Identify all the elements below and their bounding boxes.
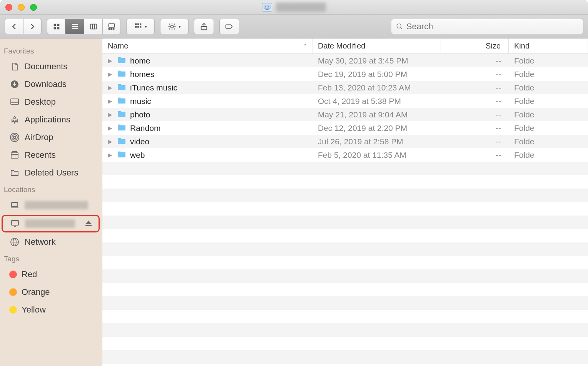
sidebar-item-recents[interactable]: Recents: [0, 146, 102, 164]
disclosure-triangle-icon[interactable]: ▶: [108, 152, 113, 159]
table-row[interactable]: ▶RandomDec 12, 2019 at 2:20 PM--Folde: [102, 121, 588, 135]
folder-icon: [117, 96, 126, 106]
search-field[interactable]: [391, 19, 583, 34]
table-row: [102, 256, 588, 269]
column-header-size[interactable]: Size: [441, 38, 509, 53]
search-input[interactable]: [406, 22, 578, 32]
table-row: [102, 296, 588, 310]
sidebar-item-documents[interactable]: Documents: [0, 58, 102, 75]
back-button[interactable]: [5, 19, 23, 34]
svg-rect-21: [140, 23, 142, 25]
file-size: --: [441, 108, 509, 121]
file-kind: Folde: [509, 54, 588, 67]
sidebar-item-location-2[interactable]: [2, 215, 100, 232]
file-date: Feb 5, 2020 at 11:35 AM: [312, 148, 441, 162]
folder-icon: [117, 56, 126, 65]
tag-button[interactable]: [219, 19, 239, 34]
gallery-view-button[interactable]: [102, 19, 121, 34]
disclosure-triangle-icon[interactable]: ▶: [108, 57, 113, 64]
sidebar-item-downloads[interactable]: Downloads: [0, 75, 102, 93]
share-button[interactable]: [194, 19, 214, 34]
group-by-button[interactable]: ▾: [126, 19, 155, 34]
sidebar-item-airdrop[interactable]: AirDrop: [0, 129, 102, 146]
svg-rect-4: [266, 9, 269, 10]
svg-rect-36: [12, 202, 18, 207]
sidebar-tag-yellow[interactable]: Yellow: [0, 301, 102, 319]
file-kind: Folde: [509, 108, 588, 121]
sidebar-item-location-1[interactable]: [0, 196, 102, 214]
sidebar-header-locations: Locations: [0, 182, 102, 196]
disclosure-triangle-icon[interactable]: ▶: [108, 125, 113, 132]
sidebar-item-label-blurred: [25, 201, 88, 209]
sidebar-item-label: Deleted Users: [25, 168, 78, 178]
column-header-kind[interactable]: Kind: [509, 38, 588, 53]
finder-window: ▾ ▾ Favorites Documents Downloads: [0, 0, 588, 366]
eject-icon[interactable]: [83, 219, 94, 229]
view-mode-buttons: [47, 19, 121, 34]
window-controls: [0, 4, 37, 11]
file-list: Name ⌃ Date Modified Size Kind ▶homeMay …: [102, 38, 588, 366]
disclosure-triangle-icon[interactable]: ▶: [108, 84, 113, 91]
sidebar-item-label: Recents: [25, 150, 56, 160]
table-row: [102, 283, 588, 296]
table-row[interactable]: ▶photoMay 21, 2019 at 9:04 AM--Folde: [102, 108, 588, 121]
file-name: Random: [130, 124, 160, 133]
table-row[interactable]: ▶homesDec 19, 2019 at 5:00 PM--Folde: [102, 67, 588, 81]
sidebar-tag-red[interactable]: Red: [0, 266, 102, 283]
file-kind: Folde: [509, 148, 588, 162]
desktop-icon: [9, 97, 20, 107]
file-date: Feb 13, 2020 at 10:23 AM: [312, 81, 441, 94]
table-row[interactable]: ▶musicOct 4, 2019 at 5:38 PM--Folde: [102, 94, 588, 108]
svg-rect-24: [140, 26, 142, 28]
list-view-button[interactable]: [65, 19, 84, 34]
folder-icon: [117, 150, 126, 160]
folder-icon: [9, 168, 20, 178]
file-kind: Folde: [509, 81, 588, 94]
table-row[interactable]: ▶videoJul 26, 2019 at 2:58 PM--Folde: [102, 135, 588, 148]
disclosure-triangle-icon[interactable]: ▶: [108, 71, 113, 78]
titlebar: [0, 0, 588, 15]
close-window-button[interactable]: [5, 4, 12, 11]
disclosure-triangle-icon[interactable]: ▶: [108, 138, 113, 145]
sidebar-tag-orange[interactable]: Orange: [0, 283, 102, 301]
svg-point-33: [12, 135, 17, 140]
svg-point-2: [267, 6, 267, 7]
column-header-label: Name: [108, 42, 128, 50]
sidebar-item-network[interactable]: Network: [0, 233, 102, 251]
action-menu-button[interactable]: ▾: [160, 19, 189, 34]
laptop-icon: [9, 200, 20, 210]
search-icon: [396, 23, 403, 30]
toolbar: ▾ ▾: [0, 15, 588, 38]
chevron-down-icon: ▾: [179, 24, 181, 29]
file-name: music: [130, 97, 151, 106]
sidebar-item-desktop[interactable]: Desktop: [0, 93, 102, 111]
sidebar: Favorites Documents Downloads Desktop Ap…: [0, 38, 102, 366]
table-row: [102, 350, 588, 364]
table-row[interactable]: ▶homeMay 30, 2019 at 3:45 PM--Folde: [102, 54, 588, 67]
file-rows: ▶homeMay 30, 2019 at 3:45 PM--Folde▶home…: [102, 54, 588, 366]
icon-view-button[interactable]: [47, 19, 65, 34]
disclosure-triangle-icon[interactable]: ▶: [108, 111, 113, 118]
disclosure-triangle-icon[interactable]: ▶: [108, 98, 113, 105]
svg-rect-19: [135, 23, 137, 25]
file-size: --: [441, 148, 509, 162]
airdrop-icon: [9, 132, 20, 142]
column-view-button[interactable]: [84, 19, 102, 34]
table-row[interactable]: ▶iTunes musicFeb 13, 2020 at 10:23 AM--F…: [102, 81, 588, 94]
column-header-label: Kind: [514, 42, 530, 50]
maximize-window-button[interactable]: [30, 4, 37, 11]
forward-button[interactable]: [23, 19, 42, 34]
folder-icon: [117, 110, 126, 119]
table-row[interactable]: ▶webFeb 5, 2020 at 11:35 AM--Folde: [102, 148, 588, 162]
minimize-window-button[interactable]: [18, 4, 25, 11]
svg-rect-16: [109, 28, 110, 29]
file-date: May 21, 2019 at 9:04 AM: [312, 108, 441, 121]
sidebar-item-applications[interactable]: Applications: [0, 111, 102, 129]
column-header-name[interactable]: Name ⌃: [102, 38, 312, 53]
sidebar-header-favorites: Favorites: [0, 43, 102, 58]
sidebar-item-deleted-users[interactable]: Deleted Users: [0, 164, 102, 182]
svg-point-32: [13, 136, 16, 139]
file-size: --: [441, 121, 509, 135]
column-header-date[interactable]: Date Modified: [312, 38, 441, 53]
svg-rect-5: [53, 23, 56, 25]
